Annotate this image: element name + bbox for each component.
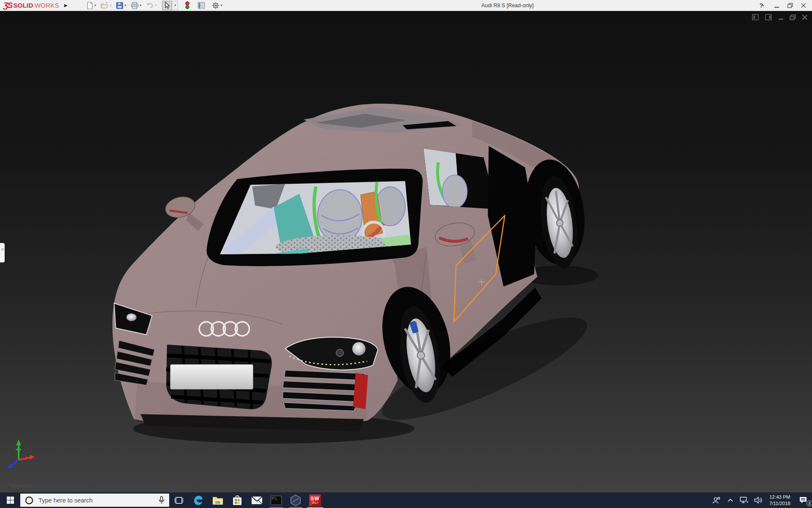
start-button[interactable] <box>0 492 20 508</box>
restore-button[interactable] <box>784 1 796 10</box>
hexagon-app-button[interactable] <box>286 492 305 508</box>
select-cursor-icon <box>164 2 170 9</box>
license-plate <box>170 364 253 389</box>
file-properties-icon <box>198 2 205 9</box>
graphics-viewport[interactable]: *Dimetric <box>0 11 812 492</box>
close-button[interactable] <box>798 1 809 10</box>
y-axis-arrow <box>16 439 21 445</box>
taskbar-apps: C:\_ SW 2017 <box>169 492 325 508</box>
title-bar: ƷS SOLIDWORKS ▶ ▾ ▾ <box>0 0 812 11</box>
projector-lens <box>352 342 365 355</box>
document-title: Audi R8 S [Read-only] <box>481 0 534 11</box>
open-folder-icon <box>101 2 109 9</box>
cortana-icon <box>25 496 33 505</box>
command-prompt-button[interactable]: C:\_ <box>266 492 286 508</box>
network-icon <box>740 497 749 504</box>
view-orientation-label: *Dimetric <box>8 483 33 489</box>
help-button[interactable]: ?▾ <box>754 1 769 10</box>
rebuild-button[interactable] <box>183 1 192 10</box>
file-properties-button[interactable] <box>196 1 207 10</box>
inner-lens <box>336 349 344 357</box>
select-tool-dropdown[interactable]: ▾ <box>172 1 178 10</box>
traffic-light-icon <box>185 1 190 9</box>
brand-text-bold: SOLID <box>13 2 33 9</box>
hexagon-app-icon <box>290 494 301 506</box>
command-prompt-icon: C:\_ <box>271 496 282 505</box>
red-accent <box>353 373 368 409</box>
child-close-icon[interactable] <box>802 14 808 20</box>
edge-button[interactable] <box>189 492 208 508</box>
minimize-button[interactable] <box>771 1 782 10</box>
minimize-icon <box>774 3 779 8</box>
child-minimize-icon[interactable] <box>778 14 784 20</box>
x-axis-arrow <box>30 455 35 460</box>
file-explorer-icon <box>212 496 223 505</box>
taskbar-search[interactable] <box>20 494 169 507</box>
open-document-button[interactable]: ▾ <box>99 1 113 10</box>
save-floppy-icon <box>116 2 123 9</box>
windshield[interactable] <box>207 169 423 266</box>
3ds-logo-mark: ƷS <box>3 1 12 9</box>
volume-button[interactable] <box>753 492 764 508</box>
people-icon <box>712 497 721 504</box>
undo-arrow-icon <box>146 2 154 9</box>
store-icon <box>232 495 242 506</box>
action-center-button[interactable]: 2 <box>796 492 810 508</box>
new-document-icon <box>86 2 93 9</box>
solidworks-window: ƷS SOLIDWORKS ▶ ▾ ▾ <box>0 0 812 508</box>
front-grille[interactable] <box>166 345 272 409</box>
brand-text-light: WORKS <box>35 2 59 9</box>
reference-triad <box>6 439 36 469</box>
restore-icon <box>787 3 793 8</box>
action-center-icon <box>799 496 807 504</box>
taskbar-clock[interactable]: 12:43 PM 7/11/2018 <box>767 494 793 507</box>
clock-date: 7/11/2018 <box>769 500 790 507</box>
search-input[interactable] <box>38 497 154 504</box>
close-icon <box>801 3 806 8</box>
windows-taskbar: C:\_ SW 2017 <box>0 492 812 508</box>
child-window-controls <box>752 14 808 21</box>
mail-icon <box>251 496 263 505</box>
mail-button[interactable] <box>247 492 266 508</box>
microphone-icon[interactable] <box>159 496 165 504</box>
menu-flyout-arrow-icon[interactable]: ▶ <box>64 3 68 8</box>
tray-overflow-button[interactable] <box>725 492 736 508</box>
solidworks-logo: ƷS SOLIDWORKS <box>3 1 59 9</box>
speaker-icon <box>754 497 763 504</box>
pane-left-icon[interactable] <box>752 14 759 21</box>
solidworks-2017-icon: SW 2017 <box>309 494 321 506</box>
file-explorer-button[interactable] <box>208 492 228 508</box>
gear-icon <box>212 2 219 9</box>
new-document-button[interactable]: ▾ <box>85 1 98 10</box>
solidworks-app-button[interactable]: SW 2017 <box>305 492 325 508</box>
print-button[interactable]: ▾ <box>129 1 143 10</box>
options-button[interactable]: ▾ <box>210 1 224 10</box>
pane-right-icon[interactable] <box>765 14 772 21</box>
window-controls: ?▾ <box>754 0 809 11</box>
notification-badge: 2 <box>807 500 812 506</box>
save-button[interactable]: ▾ <box>114 1 128 10</box>
windows-logo-icon <box>7 497 14 504</box>
clock-time: 12:43 PM <box>769 494 790 500</box>
store-button[interactable] <box>228 492 247 508</box>
undo-button[interactable]: ▾ <box>144 1 159 10</box>
printer-icon <box>131 2 139 9</box>
quick-access-toolbar: ▾ ▾ ▾ <box>85 1 224 10</box>
people-button[interactable] <box>711 492 722 508</box>
task-view-icon <box>175 496 183 505</box>
task-view-button[interactable] <box>169 492 189 508</box>
child-restore-icon[interactable] <box>790 14 796 20</box>
system-tray: 12:43 PM 7/11/2018 2 <box>711 492 812 508</box>
chevron-up-icon <box>727 498 733 502</box>
select-tool-button[interactable] <box>162 1 172 10</box>
3d-model-audi-r8[interactable] <box>0 11 812 492</box>
edge-icon <box>193 495 204 506</box>
network-button[interactable] <box>739 492 750 508</box>
